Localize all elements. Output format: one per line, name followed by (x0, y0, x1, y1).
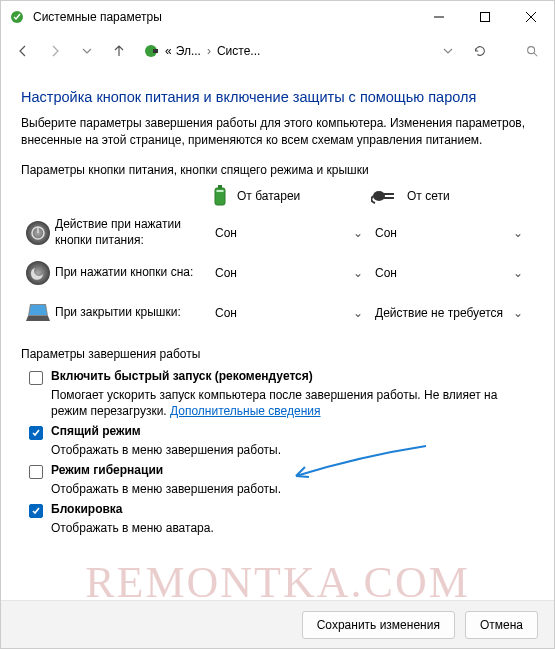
svg-point-7 (528, 47, 535, 54)
lock-option-row: Блокировка (29, 502, 534, 518)
window-title: Системные параметры (33, 10, 416, 24)
hibernate-option-row: Режим гибернации (29, 463, 534, 479)
search-button[interactable] (518, 37, 546, 65)
lock-checkbox[interactable] (29, 504, 43, 518)
power-plan-icon (143, 43, 159, 59)
svg-rect-10 (218, 185, 222, 188)
maximize-button[interactable] (462, 1, 508, 33)
chevron-right-icon: › (205, 44, 213, 58)
sleep-button-row: При нажатии кнопки сна: Сон ⌄ Сон ⌄ (21, 253, 534, 293)
fast-startup-label: Включить быстрый запуск (рекомендуется) (51, 369, 313, 383)
sleep-option-label: Спящий режим (51, 424, 141, 438)
shutdown-section-label: Параметры завершения работы (21, 347, 534, 361)
breadcrumb-item-1[interactable]: Эл... (176, 44, 201, 58)
power-button-battery-dropdown[interactable]: Сон ⌄ (211, 222, 371, 244)
plug-icon (371, 187, 399, 205)
forward-button[interactable] (41, 37, 69, 65)
laptop-icon (21, 302, 55, 324)
breadcrumb-item-2[interactable]: Систе... (217, 44, 260, 58)
up-button[interactable] (105, 37, 133, 65)
breadcrumb-dropdown[interactable] (434, 37, 462, 65)
lid-ac-value: Действие не требуется (375, 306, 503, 320)
chevron-down-icon: ⌄ (513, 306, 523, 320)
power-button-ac-dropdown[interactable]: Сон ⌄ (371, 222, 531, 244)
sleep-button-battery-value: Сон (215, 266, 237, 280)
recent-dropdown[interactable] (73, 37, 101, 65)
lid-ac-dropdown[interactable]: Действие не требуется ⌄ (371, 302, 531, 324)
chevron-down-icon: ⌄ (513, 266, 523, 280)
cancel-button[interactable]: Отмена (465, 611, 538, 639)
fast-startup-desc: Помогает ускорить запуск компьютера посл… (51, 387, 534, 421)
chevron-down-icon: ⌄ (353, 266, 363, 280)
refresh-button[interactable] (466, 37, 494, 65)
chevron-down-icon: ⌄ (513, 226, 523, 240)
content-area: Настройка кнопок питания и включение защ… (1, 69, 554, 537)
chevron-down-icon: ⌄ (353, 226, 363, 240)
svg-rect-6 (153, 49, 158, 53)
lid-row: При закрытии крышки: Сон ⌄ Действие не т… (21, 293, 534, 333)
nav-row: « Эл... › Систе... (1, 33, 554, 69)
ac-column-header: От сети (371, 187, 531, 205)
ac-column-label: От сети (407, 189, 450, 203)
lid-label: При закрытии крышки: (55, 305, 211, 321)
footer: Сохранить изменения Отмена (1, 600, 554, 648)
intro-text: Выберите параметры завершения работы для… (21, 115, 534, 149)
sleep-icon (21, 260, 55, 286)
hibernate-option-desc: Отображать в меню завершения работы. (51, 481, 534, 498)
button-settings-section-label: Параметры кнопки питания, кнопки спящего… (21, 163, 534, 177)
svg-rect-11 (217, 190, 224, 192)
lid-battery-dropdown[interactable]: Сон ⌄ (211, 302, 371, 324)
battery-icon (211, 185, 229, 207)
back-button[interactable] (9, 37, 37, 65)
power-button-row: Действие при нажатии кнопки питания: Сон… (21, 213, 534, 253)
save-button[interactable]: Сохранить изменения (302, 611, 455, 639)
chevron-down-icon: ⌄ (353, 306, 363, 320)
hibernate-checkbox[interactable] (29, 465, 43, 479)
fast-startup-checkbox[interactable] (29, 371, 43, 385)
app-icon (9, 9, 25, 25)
fast-startup-row: Включить быстрый запуск (рекомендуется) (29, 369, 534, 385)
sleep-button-ac-dropdown[interactable]: Сон ⌄ (371, 262, 531, 284)
svg-point-12 (373, 191, 385, 201)
minimize-button[interactable] (416, 1, 462, 33)
lock-option-label: Блокировка (51, 502, 123, 516)
power-button-battery-value: Сон (215, 226, 237, 240)
power-button-ac-value: Сон (375, 226, 397, 240)
svg-line-8 (534, 53, 538, 57)
svg-point-18 (26, 261, 50, 285)
sleep-button-battery-dropdown[interactable]: Сон ⌄ (211, 262, 371, 284)
sleep-button-ac-value: Сон (375, 266, 397, 280)
titlebar: Системные параметры (1, 1, 554, 33)
sleep-checkbox[interactable] (29, 426, 43, 440)
svg-rect-14 (384, 197, 394, 199)
power-icon (21, 220, 55, 246)
page-heading: Настройка кнопок питания и включение защ… (21, 89, 534, 105)
sleep-option-desc: Отображать в меню завершения работы. (51, 442, 534, 459)
power-button-label: Действие при нажатии кнопки питания: (55, 217, 211, 248)
close-button[interactable] (508, 1, 554, 33)
battery-column-label: От батареи (237, 189, 300, 203)
lid-battery-value: Сон (215, 306, 237, 320)
battery-column-header: От батареи (211, 185, 371, 207)
svg-rect-13 (384, 193, 394, 195)
sleep-option-row: Спящий режим (29, 424, 534, 440)
breadcrumb-prefix: « (165, 44, 172, 58)
breadcrumb[interactable]: « Эл... › Систе... (137, 37, 266, 65)
column-headers: От батареи От сети (21, 185, 534, 207)
more-info-link[interactable]: Дополнительные сведения (170, 404, 320, 418)
hibernate-option-label: Режим гибернации (51, 463, 163, 477)
lock-option-desc: Отображать в меню аватара. (51, 520, 534, 537)
sleep-button-label: При нажатии кнопки сна: (55, 265, 211, 281)
svg-rect-2 (481, 13, 490, 22)
